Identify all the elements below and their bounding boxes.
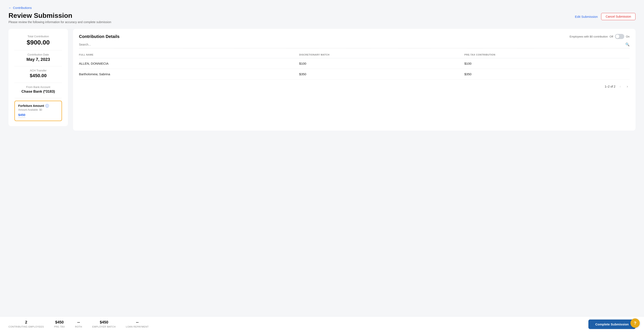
forfeiture-available: Amount Available: $0 xyxy=(18,108,58,111)
forfeiture-title-text: Forfeiture Amount xyxy=(18,104,44,108)
footer-stat-item: 2 Contributing Employees xyxy=(8,320,44,329)
total-contribution-label: Total Contribution xyxy=(14,35,62,38)
page-header: Review Submission Please review the foll… xyxy=(8,12,111,24)
forfeiture-info-icon[interactable]: i xyxy=(46,104,49,108)
table-row: ALLEN, DONNIECIA $100 $100 xyxy=(79,58,630,69)
footer-stats: 2 Contributing Employees $450 Pre-Tax --… xyxy=(8,320,149,329)
search-icon: 🔍 xyxy=(625,42,630,46)
contribution-details-panel: Contribution Details Employees with $0 c… xyxy=(73,29,636,131)
contribution-details-title: Contribution Details xyxy=(79,34,120,39)
toggle-group: Employees with $0 contribution Off On xyxy=(570,34,630,39)
contribution-date-block: Contribution Date May 7, 2023 xyxy=(14,53,62,62)
col-header-discretionary-match: Discretionary Match xyxy=(299,52,464,58)
footer-stat-item: -- Loan Repayment xyxy=(126,320,149,329)
page-title: Review Submission xyxy=(8,12,111,19)
footer-stat-label: Employer Match xyxy=(92,326,116,328)
footer-bar: 2 Contributing Employees $450 Pre-Tax --… xyxy=(0,316,644,332)
cell-discretionary-match: $350 xyxy=(299,69,464,79)
search-bar: 🔍 xyxy=(79,42,630,48)
cell-discretionary-match: $100 xyxy=(299,58,464,69)
footer-stat-label: Contributing Employees xyxy=(8,326,44,328)
cell-name: Bartholomew, Sabrina xyxy=(79,69,299,79)
toggle-label: Employees with $0 contribution xyxy=(570,35,608,38)
toggle-off-label: Off xyxy=(610,35,613,38)
footer-stat-label: Loan Repayment xyxy=(126,326,149,328)
edit-submission-link[interactable]: Edit Submission xyxy=(575,15,598,18)
cancel-submission-button[interactable]: Cancel Submission xyxy=(601,13,636,20)
total-contribution-block: Total Contribution $900.00 xyxy=(14,35,62,46)
col-header-pre-tax: Pre-Tax Contribution xyxy=(464,52,630,58)
summary-panel: Total Contribution $900.00 Contribution … xyxy=(8,29,68,126)
total-contribution-value: $900.00 xyxy=(14,39,62,46)
contribution-table: Full Name Discretionary Match Pre-Tax Co… xyxy=(79,52,630,79)
help-button[interactable]: ? xyxy=(630,319,640,328)
cell-pre-tax: $350 xyxy=(464,69,630,79)
footer-stat-value: -- xyxy=(126,320,149,325)
bank-account-block: From Bank Account Chase Bank (*3183) xyxy=(14,85,62,94)
footer-stat-value: $450 xyxy=(54,320,65,325)
contribution-date-label: Contribution Date xyxy=(14,53,62,56)
footer-stat-item: $450 Employer Match xyxy=(92,320,116,329)
ach-transfer-block: ACH Transfer $450.00 xyxy=(14,69,62,78)
forfeiture-box: Forfeiture Amount i Amount Available: $0… xyxy=(14,101,62,121)
pagination-row: 1–2 of 2 ‹ › xyxy=(79,84,630,89)
header-actions: Edit Submission Cancel Submission xyxy=(575,12,636,20)
back-link[interactable]: ← Contributions xyxy=(8,6,32,9)
footer-stat-label: Roth xyxy=(75,326,82,328)
cell-pre-tax: $100 xyxy=(464,58,630,69)
back-link-label: Contributions xyxy=(13,6,32,9)
back-arrow-icon: ← xyxy=(8,6,12,9)
footer-stat-value: -- xyxy=(75,320,82,325)
pagination-prev-button[interactable]: ‹ xyxy=(618,84,622,89)
toggle-on-label: On xyxy=(626,35,630,38)
footer-stat-value: $450 xyxy=(92,320,116,325)
page-subtitle: Please review the following information … xyxy=(8,20,111,24)
col-header-full-name: Full Name xyxy=(79,52,299,58)
search-input[interactable] xyxy=(79,43,625,46)
ach-transfer-label: ACH Transfer xyxy=(14,69,62,72)
bank-account-label: From Bank Account xyxy=(14,85,62,89)
ach-transfer-value: $450.00 xyxy=(14,73,62,78)
footer-stat-item: $450 Pre-Tax xyxy=(54,320,65,329)
forfeiture-amount: $450 xyxy=(18,113,25,118)
cell-name: ALLEN, DONNIECIA xyxy=(79,58,299,69)
footer-stat-value: 2 xyxy=(8,320,44,325)
table-row: Bartholomew, Sabrina $350 $350 xyxy=(79,69,630,79)
bank-account-value: Chase Bank (*3183) xyxy=(14,89,62,94)
contribution-date-value: May 7, 2023 xyxy=(14,57,62,62)
employees-toggle[interactable] xyxy=(615,34,624,39)
complete-submission-button[interactable]: Complete Submission xyxy=(588,320,636,329)
pagination-info: 1–2 of 2 xyxy=(605,85,616,88)
footer-stat-label: Pre-Tax xyxy=(54,326,65,328)
pagination-next-button[interactable]: › xyxy=(625,84,630,89)
footer-stat-item: -- Roth xyxy=(75,320,82,329)
